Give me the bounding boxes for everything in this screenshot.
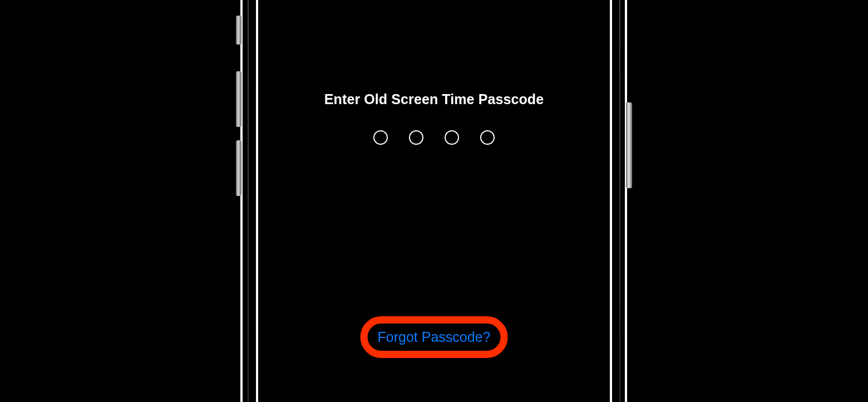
phone-frame-shadow-left xyxy=(248,0,249,402)
phone-screen: Enter Old Screen Time Passcode Forgot Pa… xyxy=(256,0,612,402)
passcode-dots xyxy=(258,130,610,145)
forgot-passcode-highlight: Forgot Passcode? xyxy=(361,316,508,358)
passcode-dot-1-icon xyxy=(373,130,388,145)
volume-down-button[interactable] xyxy=(236,140,241,196)
power-button[interactable] xyxy=(626,102,632,188)
volume-up-button[interactable] xyxy=(236,71,241,127)
passcode-screen: Enter Old Screen Time Passcode Forgot Pa… xyxy=(258,0,610,402)
page-stage: Enter Old Screen Time Passcode Forgot Pa… xyxy=(0,0,868,402)
passcode-prompt: Enter Old Screen Time Passcode xyxy=(258,91,610,107)
passcode-dot-3-icon xyxy=(445,130,459,145)
phone-frame-shadow-right xyxy=(619,0,620,402)
forgot-passcode-link[interactable]: Forgot Passcode? xyxy=(378,329,491,345)
passcode-dot-2-icon xyxy=(409,130,423,145)
annotation-highlight-border: Forgot Passcode? xyxy=(361,316,508,358)
mute-switch[interactable] xyxy=(236,16,241,45)
passcode-dot-4-icon xyxy=(480,130,495,145)
